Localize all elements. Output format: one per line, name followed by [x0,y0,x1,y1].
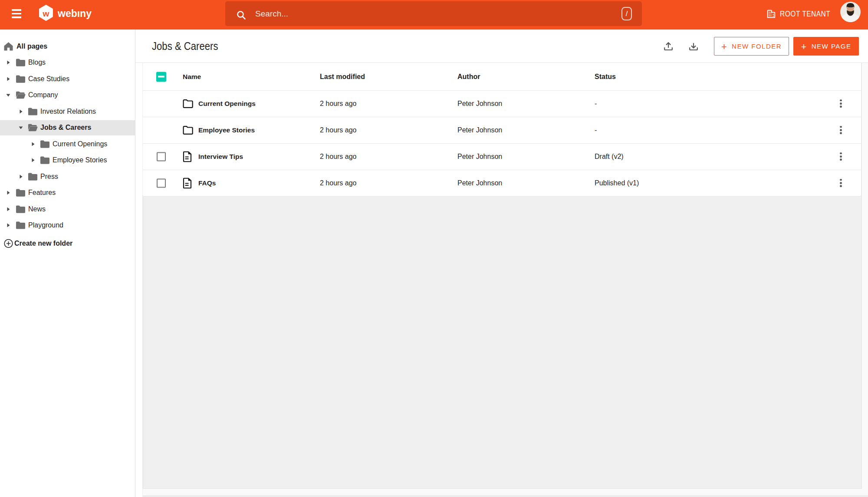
svg-text:w: w [43,9,49,18]
